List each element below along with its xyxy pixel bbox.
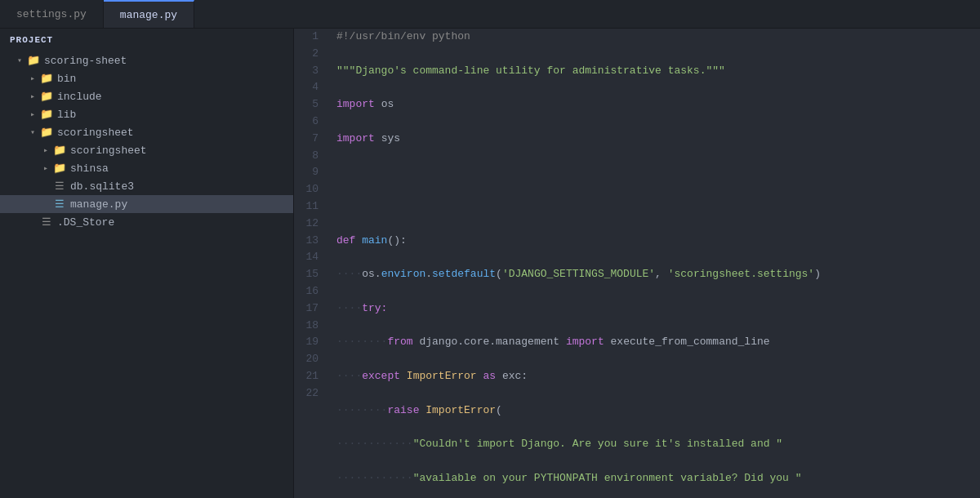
code-line-2: """Django's command-line utility for adm…: [336, 63, 980, 80]
folder-icon: 📁: [39, 108, 54, 121]
code-line-11: ····except ImportError as exc:: [336, 368, 980, 385]
arrow-icon: ▾: [13, 56, 26, 65]
folder-icon: 📁: [39, 72, 54, 85]
arrow-icon: ▾: [26, 127, 39, 137]
arrow-icon: ▸: [26, 91, 39, 101]
sidebar-item-bin[interactable]: ▸ 📁 bin: [0, 69, 293, 87]
code-editor[interactable]: 12345 678910 1112131415 1617181920 2122 …: [294, 29, 980, 498]
folder-icon: 📁: [52, 144, 67, 157]
py-file-icon: ☰: [52, 198, 67, 211]
sidebar-item-lib[interactable]: ▸ 📁 lib: [0, 105, 293, 123]
tabs-bar: settings.py manage.py: [0, 0, 980, 29]
code-line-1: #!/usr/bin/env python: [336, 29, 980, 46]
item-label: manage.py: [70, 198, 127, 211]
sidebar-item-shinsa[interactable]: ▸ 📁 shinsa: [0, 159, 293, 177]
code-line-6: [336, 198, 980, 216]
sidebar-item-manage-py[interactable]: ☰ manage.py: [0, 195, 293, 213]
sidebar-item-scoringsheet[interactable]: ▾ 📁 scoringsheet: [0, 123, 293, 141]
folder-icon: 📁: [52, 162, 67, 175]
folder-icon: 📁: [39, 126, 54, 139]
tab-manage-label: manage.py: [120, 9, 177, 21]
code-area: 12345 678910 1112131415 1617181920 2122 …: [294, 29, 980, 498]
code-line-3: import os: [336, 96, 980, 113]
sidebar-item-ds-store[interactable]: ☰ .DS_Store: [0, 213, 293, 231]
code-line-5: [336, 164, 980, 181]
code-line-14: ············"available on your PYTHONPAT…: [336, 470, 980, 487]
code-line-12: ········raise ImportError(: [336, 402, 980, 420]
code-line-9: ····try:: [336, 300, 980, 318]
sidebar-header: Project: [0, 29, 293, 51]
sidebar-item-scoring-sheet[interactable]: ▾ 📁 scoring-sheet: [0, 51, 293, 69]
file-icon: ☰: [39, 216, 54, 229]
item-label: bin: [57, 73, 76, 85]
tab-manage[interactable]: manage.py: [104, 0, 194, 28]
item-label: scoring-sheet: [44, 55, 127, 67]
folder-icon: 📁: [26, 54, 41, 67]
arrow-icon: ▸: [39, 145, 52, 155]
sidebar-item-include[interactable]: ▸ 📁 include: [0, 87, 293, 105]
code-line-4: import sys: [336, 131, 980, 148]
item-label: include: [57, 91, 102, 103]
code-content: #!/usr/bin/env python """Django's comman…: [330, 29, 980, 498]
item-label: db.sqlite3: [70, 180, 134, 193]
tab-settings[interactable]: settings.py: [0, 0, 104, 28]
arrow-icon: ▸: [26, 109, 39, 119]
arrow-icon: ▸: [39, 163, 52, 173]
item-label: .DS_Store: [57, 216, 114, 229]
folder-icon: 📁: [39, 90, 54, 103]
arrow-icon: ▸: [26, 73, 39, 83]
item-label: lib: [57, 109, 76, 121]
code-line-8: ····os.environ.setdefault('DJANGO_SETTIN…: [336, 266, 980, 283]
tab-settings-label: settings.py: [16, 8, 87, 20]
sidebar-item-scoringsheet-inner[interactable]: ▸ 📁 scoringsheet: [0, 141, 293, 159]
code-line-10: ········from django.core.management impo…: [336, 334, 980, 351]
item-label: scoringsheet: [57, 127, 134, 139]
sidebar: Project ▾ 📁 scoring-sheet ▸ 📁 bin ▸ 📁 in…: [0, 29, 294, 498]
item-label: scoringsheet: [70, 145, 147, 157]
code-line-7: def main():: [336, 233, 980, 250]
code-line-13: ············"Couldn't import Django. Are…: [336, 436, 980, 453]
sidebar-item-db-sqlite3[interactable]: ☰ db.sqlite3: [0, 177, 293, 195]
main-layout: Project ▾ 📁 scoring-sheet ▸ 📁 bin ▸ 📁 in…: [0, 29, 980, 498]
file-icon: ☰: [52, 180, 67, 193]
line-numbers: 12345 678910 1112131415 1617181920 2122: [294, 29, 330, 498]
item-label: shinsa: [70, 162, 109, 175]
